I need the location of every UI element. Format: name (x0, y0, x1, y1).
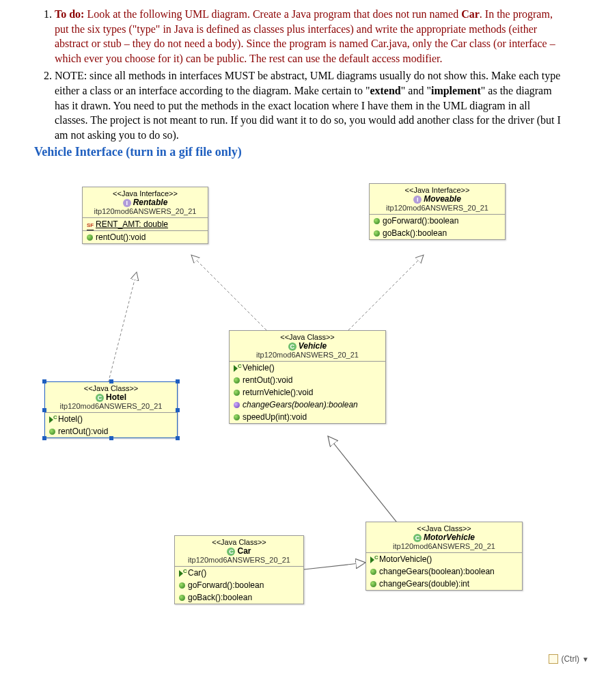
uml-op: changeGears(double):int (366, 578, 522, 590)
constructor-icon (179, 570, 185, 576)
uml-op: goForward():boolean (370, 215, 505, 227)
uml-op: changeGears(boolean):boolean (230, 399, 385, 411)
method-icon (370, 569, 376, 575)
method-icon (179, 582, 185, 589)
uml-op: rentOut():void (230, 374, 385, 386)
uml-diagram: <<Java Interface>> IRentable itp120mod6A… (34, 173, 593, 665)
uml-vehicle[interactable]: <<Java Class>> CVehicle itp120mod6ANSWER… (229, 330, 386, 424)
uml-op: goForward():boolean (175, 579, 303, 591)
interface-icon: I (413, 196, 422, 204)
uml-motorvehicle[interactable]: <<Java Class>> CMotorVehicle itp120mod6A… (366, 522, 523, 591)
uml-op: goBack():boolean (370, 227, 505, 239)
constructor-icon (370, 556, 376, 563)
uml-op: changeGears(boolean):boolean (366, 565, 522, 578)
uml-hotel[interactable]: <<Java Class>> CHotel itp120mod6ANSWERS_… (44, 381, 178, 438)
constructor-icon (49, 416, 55, 422)
uml-op: goBack():boolean (175, 591, 303, 604)
uml-op: Vehicle() (230, 362, 385, 374)
method-icon (370, 581, 376, 587)
class-icon: C (288, 342, 296, 351)
method-icon (374, 218, 380, 224)
svg-line-2 (348, 255, 424, 330)
constructor-icon (234, 365, 240, 371)
uml-op: rentOut():void (83, 231, 208, 243)
method-icon (234, 390, 240, 396)
interface-icon: I (123, 199, 131, 207)
method-icon (87, 234, 93, 241)
uml-moveable[interactable]: <<Java Interface>> IMoveable itp120mod6A… (369, 183, 506, 240)
paste-options-button[interactable]: (Ctrl) ▼ (549, 654, 589, 664)
svg-line-0 (106, 272, 137, 392)
class-icon: C (413, 534, 422, 542)
uml-op: Hotel() (45, 413, 177, 425)
class-icon: C (96, 394, 104, 402)
section-heading: Vehicle Interface (turn in a gif file on… (34, 145, 566, 159)
uml-op: Car() (175, 567, 303, 579)
uml-car[interactable]: <<Java Class>> CCar itp120mod6ANSWERS_20… (174, 535, 304, 604)
todo-label: To do: (55, 8, 84, 20)
method-icon (234, 377, 240, 383)
uml-attr: RENT_AMT: double (83, 218, 208, 230)
clipboard-icon (549, 654, 558, 664)
class-icon: C (227, 548, 235, 556)
uml-op: returnVehicle():void (230, 386, 385, 399)
abstract-method-icon (234, 402, 240, 408)
chevron-down-icon: ▼ (582, 656, 589, 663)
svg-line-4 (304, 563, 366, 569)
static-field-icon (87, 221, 93, 228)
method-icon (179, 595, 185, 601)
uml-rentable[interactable]: <<Java Interface>> IRentable itp120mod6A… (82, 187, 208, 244)
uml-op: speedUp(int):void (230, 411, 385, 423)
instruction-1: To do: Look at the following UML diagram… (55, 7, 566, 66)
uml-op: MotorVehicle() (366, 553, 522, 565)
instruction-2: NOTE: since all methods in interfaces MU… (55, 68, 566, 142)
method-icon (49, 429, 55, 435)
method-icon (234, 414, 240, 420)
method-icon (374, 230, 380, 237)
car-bold: Car (461, 8, 480, 20)
svg-line-1 (191, 255, 266, 330)
